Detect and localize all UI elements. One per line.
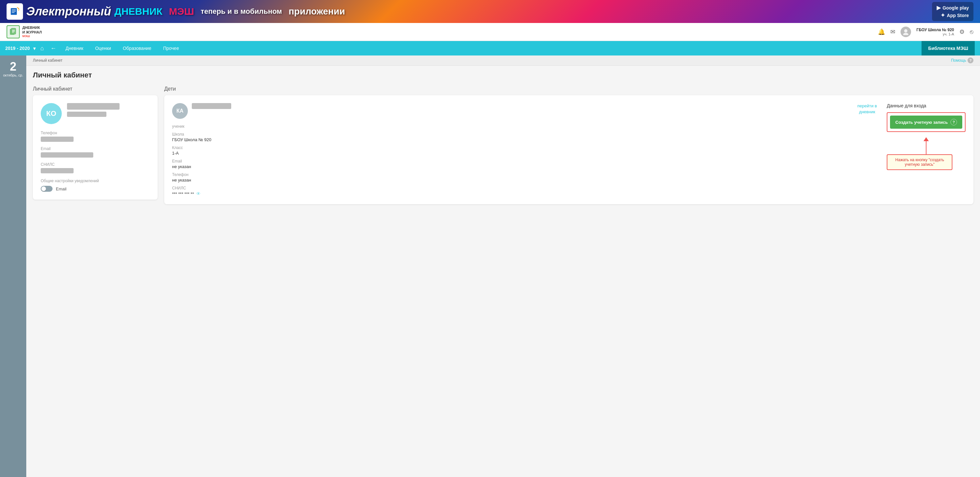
home-button[interactable]: ⌂ xyxy=(37,45,47,52)
banner-msh: МЭШ xyxy=(169,6,194,17)
notifications-label: Общие настройки уведомлений xyxy=(41,178,150,183)
user-info: ГБОУ Школа № 920 уч. 1-А xyxy=(916,27,954,36)
phone-field-label: Телефон xyxy=(41,130,150,135)
snils-field-label: СНИЛС xyxy=(41,162,150,167)
page-title-area: Личный кабинет xyxy=(26,66,980,83)
nav-grades[interactable]: Оценки xyxy=(89,41,117,56)
main-content: Личный кабинет Помощь ? Личный кабинет Л… xyxy=(26,56,980,477)
nav-year[interactable]: 2019 - 2020 xyxy=(5,46,30,51)
arrow-head-icon xyxy=(924,137,929,141)
email-field-value xyxy=(41,152,93,157)
sidebar-date-number: 2 xyxy=(10,61,16,73)
app-store-item[interactable]: ✦ App Store xyxy=(940,12,969,18)
child-school-label: Школа xyxy=(172,132,847,137)
school-name: ГБОУ Школа № 920 xyxy=(916,27,954,32)
child-name-placeholder xyxy=(192,103,231,109)
login-data-col: Данные для входа Создать учетную запись … xyxy=(887,103,966,170)
breadcrumb-bar: Личный кабинет Помощь ? xyxy=(26,56,980,66)
svg-point-9 xyxy=(904,29,907,32)
name-placeholder-2 xyxy=(67,111,107,117)
child-email-value: не указан xyxy=(172,164,847,169)
child-school-value: ГБОУ Школа № 920 xyxy=(172,137,847,142)
email-toggle[interactable] xyxy=(41,186,52,192)
header-right: 🔔 ✉ ГБОУ Школа № 920 уч. 1-А ⚙ ⎋ xyxy=(878,27,974,37)
child-phone-label: Телефон xyxy=(172,172,847,177)
page-title: Личный кабинет xyxy=(33,71,974,80)
question-icon: ? xyxy=(950,119,957,126)
google-play-icon: ▶ xyxy=(937,5,940,11)
back-button[interactable]: ← xyxy=(47,45,60,52)
svg-point-10 xyxy=(903,33,908,35)
banner-title: Электронный xyxy=(26,5,111,18)
banner-left: Электронный ДНЕВНИК МЭШ теперь и в мобил… xyxy=(6,3,345,20)
breadcrumb: Личный кабинет xyxy=(33,58,62,63)
logo-line2: И ЖУРНАЛ xyxy=(22,30,42,35)
child-name-block xyxy=(192,103,231,109)
logout-icon[interactable]: ⎋ xyxy=(970,29,974,35)
phone-field-value xyxy=(41,137,73,142)
nav-diary[interactable]: Дневник xyxy=(60,41,89,56)
sidebar-date-label: октябрь, ср. xyxy=(3,73,23,77)
svg-rect-0 xyxy=(11,8,17,15)
google-play-label: Google play xyxy=(943,5,969,11)
bell-icon[interactable]: 🔔 xyxy=(878,28,885,35)
app-store-label: App Store xyxy=(947,13,969,18)
child-info-col: КА ученик Школа ГБОУ Школа № 920 Класс 1… xyxy=(172,103,847,196)
login-data-title: Данные для входа xyxy=(887,103,966,108)
annotation-box: Нажать на кнопку "создать учетную запись… xyxy=(887,154,952,170)
help-icon: ? xyxy=(967,57,974,64)
user-avatar[interactable] xyxy=(900,27,911,37)
snils-field-value xyxy=(41,168,73,173)
go-diary-button[interactable]: перейти в дневник xyxy=(854,103,880,115)
mail-icon[interactable]: ✉ xyxy=(890,28,895,35)
children-card: КА ученик Школа ГБОУ Школа № 920 Класс 1… xyxy=(164,95,974,204)
personal-card: КО Телефон Email СНИЛС Общие настройки у… xyxy=(33,95,158,200)
user-initials-big: КО xyxy=(41,103,62,124)
google-play-item[interactable]: ▶ Google play xyxy=(937,5,969,11)
help-link[interactable]: Помощь ? xyxy=(951,57,974,64)
child-class-label: Класс xyxy=(172,145,847,150)
nav-education[interactable]: Образование xyxy=(117,41,158,56)
class-label: уч. 1-А xyxy=(943,32,954,36)
settings-icon[interactable]: ⚙ xyxy=(959,28,964,35)
child-snils-value: *** *** *** ** 👁 xyxy=(172,191,847,196)
personal-section: Личный кабинет КО Телефон Email СНИЛС xyxy=(33,86,158,200)
logo-text-block: ДНЕВНИК И ЖУРНАЛ МЭШ xyxy=(22,25,42,38)
annotation-area: Нажать на кнопку "создать учетную запись… xyxy=(887,137,966,170)
content-wrapper: 2 октябрь, ср. Личный кабинет Помощь ? Л… xyxy=(0,56,980,477)
nav-other[interactable]: Прочее xyxy=(158,41,185,56)
logo-icon-box xyxy=(6,25,20,38)
banner-subtitle: ДНЕВНИК xyxy=(114,6,162,17)
snils-eye-icon[interactable]: 👁 xyxy=(196,191,200,196)
top-banner: Электронный ДНЕВНИК МЭШ теперь и в мобил… xyxy=(0,0,980,23)
sidebar: 2 октябрь, ср. xyxy=(0,56,26,477)
header-bar: ДНЕВНИК И ЖУРНАЛ МЭШ 🔔 ✉ ГБОУ Школа № 92… xyxy=(0,23,980,41)
banner-stores[interactable]: ▶ Google play ✦ App Store xyxy=(932,2,974,21)
children-section-label: Дети xyxy=(164,86,974,92)
create-account-button[interactable]: Создать учетную запись ? xyxy=(890,116,962,129)
child-initials: КА xyxy=(172,103,188,119)
child-phone-value: не указан xyxy=(172,178,847,183)
personal-name-block xyxy=(67,103,150,117)
banner-app-label: приложении xyxy=(289,6,345,17)
child-student-label: ученик xyxy=(172,124,847,129)
personal-top: КО xyxy=(41,103,150,124)
child-email-label: Email xyxy=(172,159,847,164)
name-placeholder-1 xyxy=(67,103,119,110)
logo-line1: ДНЕВНИК xyxy=(22,25,42,30)
banner-logo-icon xyxy=(6,3,23,20)
email-toggle-row: Email xyxy=(41,186,150,192)
personal-section-label: Личный кабинет xyxy=(33,86,158,92)
help-label: Помощь xyxy=(951,58,966,63)
year-dropdown-icon[interactable]: ▾ xyxy=(33,45,36,51)
email-toggle-label: Email xyxy=(56,186,67,191)
children-section: Дети КА ученик Школа ГБОУ Школа № 920 xyxy=(164,86,974,204)
create-account-label: Создать учетную запись xyxy=(895,120,948,125)
banner-tagline: теперь и в мобильном xyxy=(200,7,282,16)
child-top: КА xyxy=(172,103,847,119)
library-button[interactable]: Библиотека МЭШ xyxy=(921,41,975,56)
create-account-btn-wrapper: Создать учетную запись ? xyxy=(887,112,966,132)
header-logo: ДНЕВНИК И ЖУРНАЛ МЭШ xyxy=(6,25,42,38)
cards-row: Личный кабинет КО Телефон Email СНИЛС xyxy=(26,83,980,211)
email-field-label: Email xyxy=(41,146,150,151)
